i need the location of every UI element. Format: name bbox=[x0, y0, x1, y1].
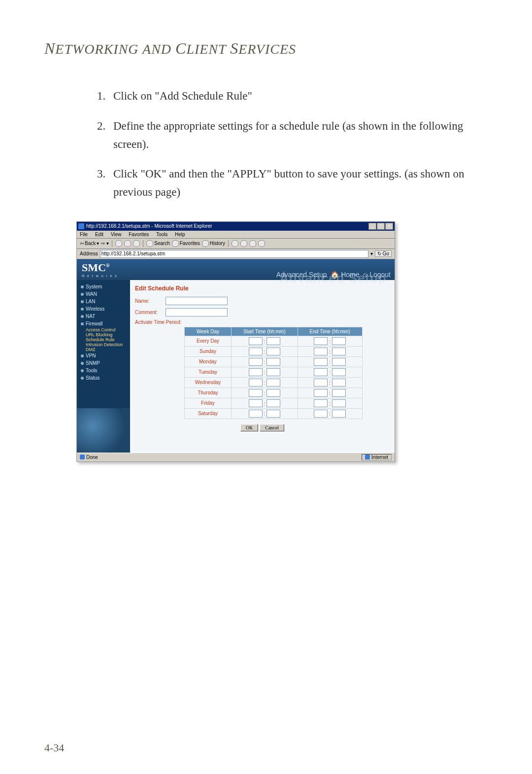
sidebar-item-wireless[interactable]: Wireless bbox=[77, 305, 130, 313]
page-number: 4-34 bbox=[44, 741, 64, 754]
start-mm-5[interactable] bbox=[266, 389, 280, 397]
sidebar-sub-schedule-rule[interactable]: Schedule Rule bbox=[77, 337, 130, 342]
discuss-icon[interactable] bbox=[258, 240, 265, 247]
print-icon[interactable] bbox=[240, 240, 247, 247]
cancel-button[interactable]: Cancel bbox=[260, 424, 284, 431]
internet-icon bbox=[365, 455, 370, 459]
refresh-icon[interactable] bbox=[124, 240, 131, 247]
menu-favorites[interactable]: Favorites bbox=[129, 232, 149, 237]
home-icon[interactable] bbox=[133, 240, 140, 247]
search-button[interactable]: Search bbox=[146, 240, 170, 247]
ok-button[interactable]: OK bbox=[240, 424, 258, 431]
time-period-body: Every Day : : Sunday : : Monday : : Tues… bbox=[185, 336, 363, 419]
mail-icon[interactable] bbox=[232, 240, 238, 247]
end-mm-6[interactable] bbox=[332, 399, 346, 407]
name-input[interactable] bbox=[166, 297, 228, 305]
period-label: Activate Time Period: bbox=[135, 319, 390, 325]
start-hh-5[interactable] bbox=[249, 389, 263, 397]
end-hh-1[interactable] bbox=[314, 348, 328, 355]
end-hh-6[interactable] bbox=[314, 399, 328, 407]
sidebar-item-nat[interactable]: NAT bbox=[77, 313, 130, 320]
sidebar-sub-access-control[interactable]: Access Control bbox=[77, 327, 130, 332]
end-hh-0[interactable] bbox=[314, 337, 328, 345]
end-mm-0[interactable] bbox=[332, 337, 346, 345]
page-icon bbox=[80, 455, 85, 459]
step-3: Click "OK" and then the "APPLY" button t… bbox=[108, 165, 488, 202]
window-buttons: _ □ × bbox=[368, 223, 393, 230]
end-mm-1[interactable] bbox=[332, 348, 346, 355]
table-row: Monday : : bbox=[185, 356, 363, 367]
end-hh-2[interactable] bbox=[314, 358, 328, 366]
start-hh-0[interactable] bbox=[249, 337, 263, 345]
end-mm-4[interactable] bbox=[332, 379, 346, 387]
start-mm-2[interactable] bbox=[266, 358, 280, 366]
start-mm-6[interactable] bbox=[266, 399, 280, 407]
minimize-button[interactable]: _ bbox=[368, 223, 376, 230]
start-hh-2[interactable] bbox=[249, 358, 263, 366]
address-dropdown-icon[interactable]: ▾ bbox=[370, 251, 373, 256]
sidebar-sub-dmz[interactable]: DMZ bbox=[77, 347, 130, 352]
sidebar-item-system[interactable]: System bbox=[77, 283, 130, 290]
start-hh-6[interactable] bbox=[249, 399, 263, 407]
sidebar-sub-intrusion[interactable]: Intrusion Detection bbox=[77, 342, 130, 347]
maximize-button[interactable]: □ bbox=[377, 223, 385, 230]
forward-button[interactable]: ⇨ ▾ bbox=[101, 241, 109, 246]
end-hh-5[interactable] bbox=[314, 389, 328, 397]
start-hh-1[interactable] bbox=[249, 348, 263, 355]
start-hh-4[interactable] bbox=[249, 379, 263, 387]
th-start: Start Time (hh:mm) bbox=[231, 327, 298, 336]
sidebar-item-lan[interactable]: LAN bbox=[77, 298, 130, 305]
day-cell: Saturday bbox=[185, 408, 232, 419]
sidebar: System WAN LAN Wireless NAT Firewall Acc… bbox=[77, 280, 130, 453]
start-mm-0[interactable] bbox=[266, 337, 280, 345]
end-mm-3[interactable] bbox=[332, 368, 346, 376]
ie-statusbar: Done Internet bbox=[77, 453, 395, 461]
sidebar-item-wan[interactable]: WAN bbox=[77, 290, 130, 298]
start-mm-3[interactable] bbox=[266, 368, 280, 376]
edit-icon[interactable] bbox=[249, 240, 256, 247]
menu-file[interactable]: File bbox=[80, 232, 88, 237]
sidebar-item-tools[interactable]: Tools bbox=[77, 367, 130, 374]
end-mm-5[interactable] bbox=[332, 389, 346, 397]
sidebar-image bbox=[77, 408, 130, 453]
start-mm-7[interactable] bbox=[266, 410, 280, 418]
step-2: Define the appropriate settings for a sc… bbox=[108, 117, 488, 154]
start-mm-1[interactable] bbox=[266, 348, 280, 355]
sidebar-item-status[interactable]: Status bbox=[77, 374, 130, 382]
menu-tools[interactable]: Tools bbox=[156, 232, 167, 237]
start-hh-7[interactable] bbox=[249, 410, 263, 418]
router-banner: SMC® N e t w o r k s Advanced Setup Adva… bbox=[77, 259, 395, 280]
history-button[interactable]: History bbox=[202, 240, 225, 247]
end-hh-4[interactable] bbox=[314, 379, 328, 387]
address-input[interactable] bbox=[100, 250, 368, 258]
end-mm-7[interactable] bbox=[332, 410, 346, 418]
sidebar-sub-url-blocking[interactable]: URL Blocking bbox=[77, 332, 130, 337]
sidebar-item-vpn[interactable]: VPN bbox=[77, 352, 130, 359]
sidebar-item-snmp[interactable]: SNMP bbox=[77, 359, 130, 367]
favorites-button[interactable]: Favorites bbox=[172, 240, 200, 247]
end-mm-2[interactable] bbox=[332, 358, 346, 366]
screenshot-window: http://192.168.2.1/setupa.stm - Microsof… bbox=[76, 221, 395, 462]
banner-watermark: Advanced Setup bbox=[279, 271, 387, 286]
end-hh-7[interactable] bbox=[314, 410, 328, 418]
menu-view[interactable]: View bbox=[111, 232, 122, 237]
go-button[interactable]: ↻ Go bbox=[375, 250, 392, 257]
end-hh-3[interactable] bbox=[314, 368, 328, 376]
sidebar-item-firewall[interactable]: Firewall bbox=[77, 320, 130, 327]
stop-icon[interactable] bbox=[115, 240, 122, 247]
back-button[interactable]: ⇦ Back ▾ bbox=[80, 241, 99, 246]
menu-edit[interactable]: Edit bbox=[95, 232, 103, 237]
instruction-list: Click on "Add Schedule Rule" Define the … bbox=[44, 87, 488, 202]
start-hh-3[interactable] bbox=[249, 368, 263, 376]
close-button[interactable]: × bbox=[385, 223, 393, 230]
comment-label: Comment: bbox=[135, 310, 166, 315]
start-mm-4[interactable] bbox=[266, 379, 280, 387]
ie-icon bbox=[78, 223, 84, 229]
menu-help[interactable]: Help bbox=[175, 232, 185, 237]
comment-input[interactable] bbox=[166, 308, 228, 317]
step-1: Click on "Add Schedule Rule" bbox=[108, 87, 488, 106]
ie-addressbar: Address ▾ ↻ Go bbox=[77, 249, 395, 259]
ie-menubar: File Edit View Favorites Tools Help bbox=[77, 231, 395, 239]
table-row: Thursday : : bbox=[185, 387, 363, 398]
form-title: Edit Schedule Rule bbox=[135, 285, 390, 292]
